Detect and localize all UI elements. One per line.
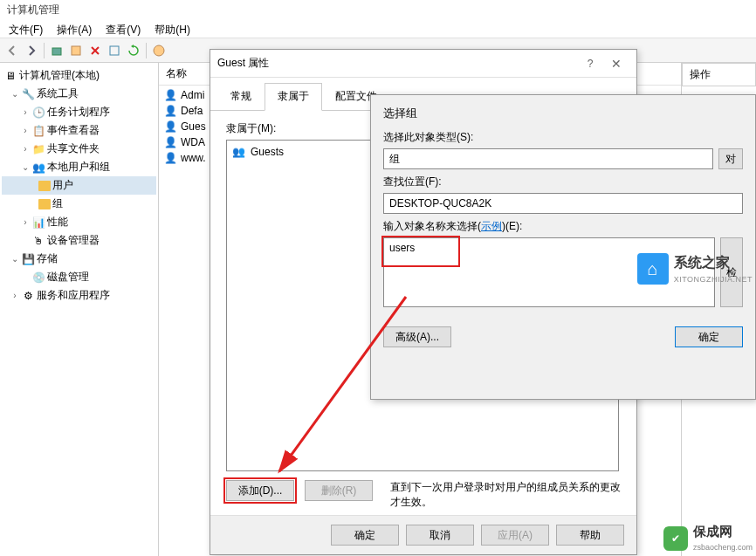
perf-icon: 📊 [31,216,45,230]
actions-header: 操作 [682,63,756,86]
user-icon: 👤 [164,105,177,117]
membership-note: 直到下一次用户登录时对用户的组成员关系的更改才生效。 [390,480,621,510]
expander-icon[interactable]: › [21,107,30,117]
select-groups-dialog: 选择组 选择此对象类型(S): 对 查找位置(F): 输入对象名称来选择(示例)… [370,94,756,400]
ok-button[interactable]: 确定 [675,326,743,347]
tab-general[interactable]: 常规 [217,83,265,110]
expander-icon[interactable]: › [21,217,30,227]
device-icon: 🖱 [31,234,45,248]
tree-device-manager[interactable]: 🖱设备管理器 [2,231,156,250]
folder-icon [38,199,51,209]
remove-button[interactable]: 删除(R) [305,480,373,501]
users-icon: 👥 [31,161,45,175]
close-button[interactable]: ✕ [603,57,629,71]
dialog-title: Guest 属性 [217,56,577,71]
window-title: 计算机管理 [0,0,756,19]
dialog-footer: 确定 取消 应用(A) 帮助 [210,515,636,554]
back-button[interactable] [3,42,21,59]
delete-button[interactable] [86,42,104,59]
expander-icon[interactable]: › [21,126,30,135]
services-icon: ⚙ [21,289,35,303]
select-dialog-footer: 高级(A)... 确定 [371,318,755,356]
menu-help[interactable]: 帮助(H) [149,21,196,36]
tree-users[interactable]: 用户 [2,176,156,195]
watermark-baocheng: ✔ 保成网zsbaocheng.com [663,524,753,553]
location-label: 查找位置(F): [383,175,743,189]
help-button[interactable]: ? [577,58,603,70]
expander-icon[interactable]: › [10,291,19,300]
clock-icon: 🕒 [31,106,45,120]
apply-button[interactable]: 应用(A) [481,525,549,546]
tree-storage[interactable]: ⌄💾存储 [2,250,156,268]
tree-task-scheduler[interactable]: ›🕒任务计划程序 [2,103,156,121]
share-icon: 📁 [31,142,45,156]
svg-point-3 [154,45,164,56]
expander-icon[interactable]: ⌄ [10,254,19,264]
help-button[interactable]: 帮助 [556,525,624,546]
tree-disk-management[interactable]: 💿磁盘管理 [2,268,156,286]
expander-icon[interactable]: › [21,144,30,154]
folder-icon [38,181,51,191]
properties-button[interactable] [67,42,85,59]
tab-member-of[interactable]: 隶属于 [265,83,322,111]
house-icon: ⌂ [637,253,669,285]
advanced-button[interactable]: 高级(A)... [383,326,451,347]
up-button[interactable] [48,42,65,59]
help-button[interactable] [150,42,168,59]
menu-action[interactable]: 操作(A) [52,21,97,36]
export-button[interactable] [106,42,123,59]
group-icon: 👥 [232,146,245,158]
cancel-button[interactable]: 取消 [406,525,474,546]
tree-shared-folders[interactable]: ›📁共享文件夹 [2,140,156,158]
menu-bar: 文件(F) 操作(A) 查看(V) 帮助(H) [0,19,756,38]
expander-icon[interactable]: ⌄ [10,89,19,99]
ok-button[interactable]: 确定 [331,525,399,546]
user-icon: 👤 [164,89,177,101]
tools-icon: 🔧 [21,87,35,101]
object-type-field[interactable] [383,148,713,169]
example-link[interactable]: 示例 [481,220,502,232]
storage-icon: 💾 [21,252,35,266]
computer-icon: 🖥 [3,69,17,83]
tree-performance[interactable]: ›📊性能 [2,213,156,231]
watermark-xitongzhijia: ⌂ 系统之家XITONGZHIJIA.NET [637,253,753,285]
menu-view[interactable]: 查看(V) [100,21,146,36]
refresh-button[interactable] [125,42,142,59]
tree-groups[interactable]: 组 [2,195,156,213]
dialog-titlebar[interactable]: Guest 属性 ? ✕ [210,50,636,78]
tree-event-viewer[interactable]: ›📋事件查看器 [2,121,156,140]
shield-icon: ✔ [663,526,688,551]
user-icon: 👤 [164,152,177,164]
menu-file[interactable]: 文件(F) [3,21,48,36]
object-types-button[interactable]: 对 [718,148,743,169]
tree-system-tools[interactable]: ⌄🔧系统工具 [2,85,156,103]
svg-rect-0 [52,48,61,55]
add-button[interactable]: 添加(D)... [226,480,294,501]
expander-icon[interactable]: ⌄ [21,162,30,172]
event-icon: 📋 [31,124,45,138]
svg-rect-1 [72,46,80,55]
forward-button[interactable] [23,42,40,59]
user-icon: 👤 [164,136,177,148]
user-icon: 👤 [164,120,177,133]
navigation-tree[interactable]: 🖥计算机管理(本地) ⌄🔧系统工具 ›🕒任务计划程序 ›📋事件查看器 ›📁共享文… [0,63,159,556]
location-field[interactable] [383,193,743,214]
object-names-label: 输入对象名称来选择(示例)(E): [383,219,743,234]
disk-icon: 💿 [31,271,45,285]
svg-rect-2 [110,46,119,55]
tree-local-users-groups[interactable]: ⌄👥本地用户和组 [2,158,156,176]
select-groups-title: 选择组 [383,106,743,121]
tree-services-apps[interactable]: ›⚙服务和应用程序 [2,286,156,305]
tree-root[interactable]: 🖥计算机管理(本地) [2,66,156,85]
object-type-label: 选择此对象类型(S): [383,130,743,145]
